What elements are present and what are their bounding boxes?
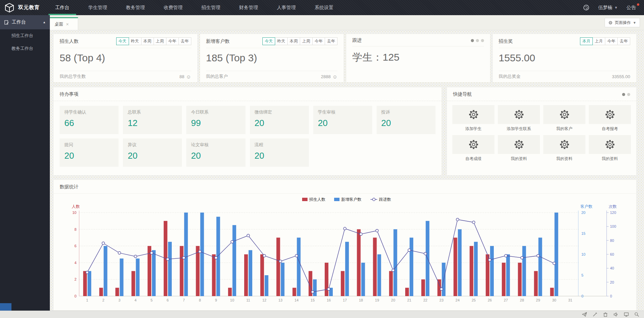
filter-button-去年[interactable]: 去年 <box>325 37 337 45</box>
quick-nav-item-7[interactable]: 我的资料 <box>589 135 631 162</box>
svg-text:10: 10 <box>581 252 585 256</box>
todo-item-9[interactable]: 流程20 <box>250 138 309 167</box>
carousel-dot-1[interactable] <box>476 39 479 42</box>
filter-button-昨天[interactable]: 昨天 <box>275 37 288 45</box>
nav-item-0[interactable]: 工作台 <box>49 0 76 15</box>
stat-card-2: 跟进 学生：125 ☺ <box>346 34 490 83</box>
quick-nav-title: 快捷导航 <box>453 91 472 97</box>
todo-item-6[interactable]: 提问20 <box>60 138 119 167</box>
svg-text:7: 7 <box>183 298 185 302</box>
quick-nav-item-2[interactable]: 我的客户 <box>543 105 585 132</box>
quick-nav-item-5[interactable]: 我的资料 <box>498 135 540 162</box>
nav-item-2[interactable]: 教务管理 <box>119 0 152 15</box>
card-footer-label: 我的总奖金 <box>499 73 521 80</box>
user-menu[interactable]: 伍梦楠 ▼ <box>598 5 618 11</box>
gear-icon <box>468 109 479 120</box>
quick-nav-panel: 快捷导航 添加学生 添加学生联系 我的客户 自考报考 自考 <box>447 87 637 176</box>
todo-item-5[interactable]: 投诉20 <box>377 106 436 134</box>
nav-item-5[interactable]: 财务管理 <box>232 0 265 15</box>
filter-button-上周[interactable]: 上周 <box>154 37 166 45</box>
filter-button-今年[interactable]: 今年 <box>166 37 179 45</box>
svg-text:11: 11 <box>246 298 250 302</box>
stats-chart[interactable]: 024681005101520020406080100120人数客户数次数123… <box>60 195 631 306</box>
close-icon[interactable]: × <box>66 22 69 27</box>
theme-palette-icon[interactable] <box>583 4 589 11</box>
svg-text:120: 120 <box>610 211 616 215</box>
quick-nav-item-1[interactable]: 添加学生联系 <box>498 105 540 132</box>
todo-value: 20 <box>255 151 304 161</box>
todo-value: 20 <box>381 118 431 128</box>
carousel-dot-0[interactable] <box>471 39 474 42</box>
todo-item-0[interactable]: 待学生确认66 <box>60 106 119 134</box>
quick-nav-item-0[interactable]: 添加学生 <box>452 105 494 132</box>
carousel-dot-0[interactable] <box>622 93 625 96</box>
carousel-dot-2[interactable] <box>481 39 484 42</box>
filter-button-本周[interactable]: 本周 <box>287 37 300 45</box>
quick-nav-item-4[interactable]: 自考成绩 <box>452 135 494 162</box>
card-footer-label: 我的总学生数 <box>60 73 86 80</box>
trash-icon[interactable] <box>603 312 608 317</box>
page-actions-button[interactable]: 页面操作 ▼ <box>605 18 640 27</box>
filter-button-今天[interactable]: 今天 <box>116 37 129 45</box>
todo-item-2[interactable]: 今日联系99 <box>186 106 245 134</box>
stats-panel-title: 数据统计 <box>60 184 78 190</box>
sidebar-group-workbench[interactable]: 工作台 ▲ <box>0 15 50 29</box>
sidebar-item-1[interactable]: 教务工作台 <box>0 42 50 55</box>
quick-nav-item-3[interactable]: 自考报考 <box>589 105 631 132</box>
gear-icon <box>513 109 525 120</box>
main-nav: 工作台学生管理教务管理收费管理招生管理财务管理人事管理系统设置 <box>46 0 343 15</box>
zoom-icon[interactable] <box>634 312 639 317</box>
sidebar-collapse-button[interactable] <box>0 303 11 311</box>
filter-button-上周[interactable]: 上周 <box>300 37 313 45</box>
todo-label: 学生审核 <box>318 109 367 115</box>
filter-button-本月[interactable]: 本月 <box>580 37 593 45</box>
filter-button-今年[interactable]: 今年 <box>312 37 325 45</box>
nav-item-7[interactable]: 系统设置 <box>308 0 340 15</box>
carousel-dot-1[interactable] <box>627 93 630 96</box>
todo-item-7[interactable]: 异议20 <box>123 138 182 167</box>
speaker-icon[interactable] <box>613 312 618 317</box>
monitor-icon[interactable] <box>624 312 629 317</box>
card-filter-group: 今天昨天本周上周今年去年 <box>117 37 191 45</box>
todo-panel-title: 待办事项 <box>60 91 78 97</box>
svg-text:40: 40 <box>610 266 614 270</box>
todo-item-8[interactable]: 论文审核20 <box>186 138 245 167</box>
filter-button-本周[interactable]: 本周 <box>141 37 154 45</box>
filter-button-今天[interactable]: 今天 <box>262 37 275 45</box>
todo-label: 异议 <box>128 142 177 148</box>
paper-plane-icon[interactable] <box>582 312 587 317</box>
quick-nav-label: 添加学生联系 <box>498 126 540 132</box>
nav-item-1[interactable]: 学生管理 <box>82 0 114 15</box>
stat-card-3: 招生奖 本月上月今年去年 1555.00 我的总奖金 33555.00 <box>492 34 637 83</box>
filter-button-去年[interactable]: 去年 <box>179 37 191 45</box>
filter-button-昨天[interactable]: 昨天 <box>129 37 141 45</box>
notice-button[interactable]: 公告 <box>626 5 639 11</box>
todo-item-3[interactable]: 微信绑定20 <box>250 106 309 134</box>
nav-item-6[interactable]: 人事管理 <box>270 0 302 15</box>
card-value: 185 (Top 3) <box>206 52 338 71</box>
quick-nav-label: 我的资料 <box>498 156 540 162</box>
todo-item-1[interactable]: 总联系12 <box>123 106 182 134</box>
card-filter-group: 本月上月今年去年 <box>580 37 630 45</box>
nav-item-4[interactable]: 招生管理 <box>195 0 227 15</box>
filter-button-今年[interactable]: 今年 <box>605 37 618 45</box>
todo-label: 微信绑定 <box>255 109 304 115</box>
card-footer-value: 33555.00 <box>612 74 630 79</box>
chevron-down-icon: ▼ <box>633 21 636 25</box>
filter-button-去年[interactable]: 去年 <box>617 37 630 45</box>
edit-icon[interactable] <box>592 312 598 317</box>
svg-text:跟进数: 跟进数 <box>379 197 391 202</box>
sidebar-item-0[interactable]: 招生工作台 <box>0 29 50 42</box>
svg-text:4: 4 <box>74 261 76 265</box>
todo-label: 论文审核 <box>191 142 240 148</box>
todo-item-4[interactable]: 学生审核20 <box>313 106 372 134</box>
svg-text:27: 27 <box>504 298 508 302</box>
notification-dot <box>637 3 639 6</box>
quick-nav-item-6[interactable]: 我的资料 <box>543 135 585 162</box>
svg-text:4: 4 <box>134 298 136 302</box>
svg-text:人数: 人数 <box>72 204 80 209</box>
tab-desktop[interactable]: 桌面 × <box>50 17 78 30</box>
nav-item-3[interactable]: 收费管理 <box>157 0 189 15</box>
svg-text:12: 12 <box>262 298 266 302</box>
filter-button-上月[interactable]: 上月 <box>592 37 605 45</box>
